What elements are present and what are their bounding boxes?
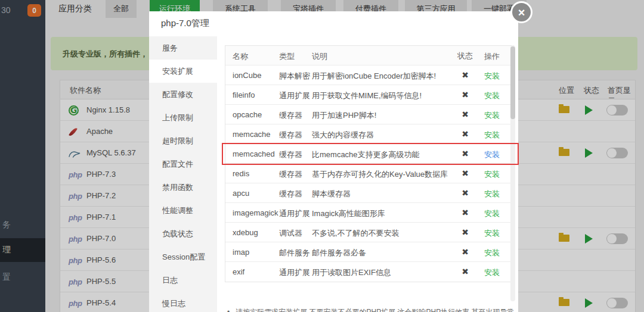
header-desc: 说明 [312,51,327,62]
extension-row: xdebug调试器不多说,不了解的不要安装✖安装 [225,223,513,242]
extension-type: 缓存器 [279,149,302,160]
install-button[interactable]: 安装 [483,189,501,199]
install-button[interactable]: 安装 [483,267,501,278]
modal-menu-item[interactable]: 服务 [149,36,217,60]
not-installed-icon: ✖ [457,188,473,198]
extension-row: fileinfo通用扩展用于获取文件MIME,编码等信息!✖安装 [225,85,513,105]
modal-menu-item[interactable]: 安装扩展 [149,60,217,83]
extensions-table-header: 名称 类型 说明 状态 操作 [225,46,513,65]
not-installed-icon: ✖ [457,208,473,217]
header-action: 操作 [483,51,501,62]
modal-menu-item[interactable]: 日志 [149,269,217,292]
install-button[interactable]: 安装 [483,149,501,160]
extension-desc: 不多说,不了解的不要安装 [312,228,400,239]
extension-name: memcached [233,149,275,158]
extensions-rows: ionCube脚本解密用于解密ionCube Encoder加密脚本!✖安装fi… [225,65,513,282]
extension-desc: 强大的内容缓存器 [312,130,374,141]
extension-type: 通用扩展 [279,91,310,101]
extension-desc: 用于解密ionCube Encoder加密脚本! [312,71,436,82]
not-installed-icon: ✖ [457,90,473,99]
extension-desc: Imagick高性能图形库 [312,208,385,219]
extension-name: fileinfo [233,91,255,99]
extension-type: 缓存器 [279,130,302,141]
extension-name: redis [233,169,249,178]
extension-name: apcu [233,189,249,198]
extensions-table: 名称 类型 说明 状态 操作 ionCube脚本解密用于解密ionCube En… [225,45,514,282]
modal-menu-item[interactable]: 慢日志 [149,292,217,312]
modal-menu-item[interactable]: 上传限制 [149,106,217,129]
extension-row: ionCube脚本解密用于解密ionCube Encoder加密脚本!✖安装 [225,65,513,85]
extension-type: 通用扩展 [279,267,310,278]
modal-title: php-7.0管理 [161,18,209,29]
php-manage-modal: php-7.0管理 服务安装扩展配置修改上传限制超时限制配置文件禁用函数性能调整… [149,11,518,312]
extension-desc: 脚本缓存器 [312,189,351,199]
install-button[interactable]: 安装 [483,130,501,141]
extension-row: memcached缓存器比memcache支持更多高级功能✖安装 [225,144,513,164]
modal-menu: 服务安装扩展配置修改上传限制超时限制配置文件禁用函数性能调整负载状态Sessio… [149,36,217,312]
not-installed-icon: ✖ [457,227,473,237]
extension-row: exif通用扩展用于读取图片EXIF信息✖安装 [225,262,513,282]
extension-name: imap [233,248,249,257]
modal-menu-item[interactable]: 性能调整 [149,199,217,222]
extension-type: 通用扩展 [279,208,310,219]
extension-name: memcache [233,130,271,139]
modal-menu-item[interactable]: 超时限制 [149,129,217,152]
not-installed-icon: ✖ [457,267,473,276]
extension-desc: 邮件服务器必备 [312,248,366,258]
extension-name: opcache [233,110,262,119]
extension-name: ionCube [233,71,261,80]
extension-type: 缓存器 [279,169,302,180]
header-status: 状态 [457,51,473,61]
extension-type: 缓存器 [279,110,302,121]
install-button[interactable]: 安装 [483,248,501,258]
not-installed-icon: ✖ [457,129,473,139]
not-installed-icon: ✖ [457,247,473,257]
install-button[interactable]: 安装 [483,110,501,121]
extension-desc: 比memcache支持更多高级功能 [312,149,420,160]
extension-row: apcu缓存器脚本缓存器✖安装 [225,183,513,203]
extension-type: 缓存器 [279,189,302,199]
extension-type: 邮件服务 [279,248,310,258]
modal-menu-item[interactable]: 配置修改 [149,83,217,106]
extension-desc: 用于加速PHP脚本! [312,110,376,121]
extensions-note-text: 请按实际需求安装扩展,不要安装不必要的PHP扩展,这会影响PHP执行效率,甚至出… [236,308,514,312]
extension-type: 调试器 [279,228,302,239]
modal-scrollbar [510,45,515,301]
not-installed-icon: ✖ [457,70,473,80]
header-type: 类型 [279,51,295,62]
extension-name: exif [233,267,244,276]
install-button[interactable]: 安装 [483,91,501,101]
extension-row: imap邮件服务邮件服务器必备✖安装 [225,242,513,262]
install-button[interactable]: 安装 [483,169,501,180]
screen: 30 0 务理置 应用分类 全部运行环境系统工具宝塔插件付费插件第三方应用一键部… [0,0,644,312]
not-installed-icon: ✖ [457,110,473,119]
header-name: 名称 [233,51,248,62]
modal-scrollbar-thumb[interactable] [510,46,515,119]
extension-row: memcache缓存器强大的内容缓存器✖安装 [225,124,513,144]
not-installed-icon: ✖ [457,149,473,158]
install-button[interactable]: 安装 [483,228,501,239]
modal-menu-item[interactable]: 负载状态 [149,222,217,245]
extensions-note: •请按实际需求安装扩展,不要安装不必要的PHP扩展,这会影响PHP执行效率,甚至… [227,307,513,312]
install-button[interactable]: 安装 [483,71,501,82]
not-installed-icon: ✖ [457,169,473,178]
extension-type: 脚本解密 [279,71,310,82]
extension-row: opcache缓存器用于加速PHP脚本!✖安装 [225,105,513,124]
bullet-icon: • [227,308,230,312]
extension-name: imagemagick [233,208,278,217]
extension-desc: 用于获取文件MIME,编码等信息! [312,91,422,101]
install-button[interactable]: 安装 [483,208,501,219]
modal-menu-item[interactable]: 配置文件 [149,152,217,176]
extension-row: imagemagick通用扩展Imagick高性能图形库✖安装 [225,203,513,223]
modal-menu-item[interactable]: 禁用函数 [149,176,217,199]
close-icon[interactable]: × [510,1,532,23]
extension-row: redis缓存器基于内存亦可持久化的Key-Value数据库✖安装 [225,164,513,183]
extension-desc: 基于内存亦可持久化的Key-Value数据库 [312,169,448,180]
extension-desc: 用于读取图片EXIF信息 [312,267,391,278]
extension-name: xdebug [233,228,258,237]
modal-menu-item[interactable]: Session配置 [149,245,217,269]
